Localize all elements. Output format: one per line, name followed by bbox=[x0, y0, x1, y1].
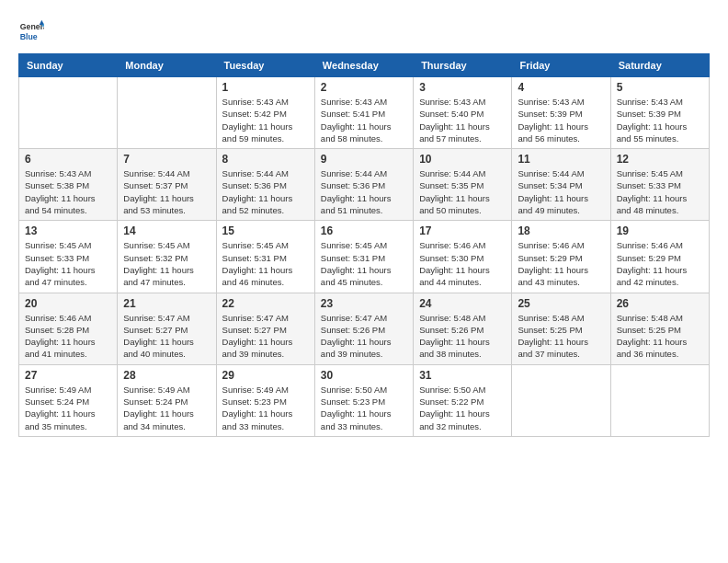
calendar-cell: 29Sunrise: 5:49 AM Sunset: 5:23 PM Dayli… bbox=[216, 364, 314, 436]
calendar-cell: 23Sunrise: 5:47 AM Sunset: 5:26 PM Dayli… bbox=[314, 293, 413, 364]
weekday-header-row: SundayMondayTuesdayWednesdayThursdayFrid… bbox=[19, 54, 710, 77]
calendar-cell: 1Sunrise: 5:43 AM Sunset: 5:42 PM Daylig… bbox=[216, 77, 314, 149]
day-info: Sunrise: 5:50 AM Sunset: 5:23 PM Dayligh… bbox=[321, 384, 407, 432]
calendar-cell: 25Sunrise: 5:48 AM Sunset: 5:25 PM Dayli… bbox=[512, 293, 610, 364]
day-number: 27 bbox=[25, 369, 111, 382]
day-number: 21 bbox=[123, 297, 210, 310]
day-info: Sunrise: 5:45 AM Sunset: 5:33 PM Dayligh… bbox=[25, 239, 111, 288]
day-number: 24 bbox=[419, 297, 506, 310]
calendar-cell: 3Sunrise: 5:43 AM Sunset: 5:40 PM Daylig… bbox=[414, 77, 512, 149]
day-info: Sunrise: 5:45 AM Sunset: 5:32 PM Dayligh… bbox=[123, 239, 210, 288]
calendar-cell: 5Sunrise: 5:43 AM Sunset: 5:39 PM Daylig… bbox=[610, 77, 709, 149]
day-number: 25 bbox=[518, 297, 604, 310]
calendar-cell: 26Sunrise: 5:48 AM Sunset: 5:25 PM Dayli… bbox=[610, 293, 709, 364]
calendar-cell: 18Sunrise: 5:46 AM Sunset: 5:29 PM Dayli… bbox=[512, 221, 610, 293]
calendar-cell: 7Sunrise: 5:44 AM Sunset: 5:37 PM Daylig… bbox=[118, 149, 216, 221]
day-info: Sunrise: 5:47 AM Sunset: 5:27 PM Dayligh… bbox=[123, 312, 210, 361]
calendar-cell: 13Sunrise: 5:45 AM Sunset: 5:33 PM Dayli… bbox=[19, 221, 118, 293]
day-number: 12 bbox=[617, 153, 703, 166]
calendar-cell bbox=[512, 364, 610, 436]
calendar-cell: 2Sunrise: 5:43 AM Sunset: 5:41 PM Daylig… bbox=[314, 77, 413, 149]
day-number: 29 bbox=[222, 369, 309, 382]
weekday-header-monday: Monday bbox=[118, 54, 216, 77]
weekday-header-sunday: Sunday bbox=[19, 54, 118, 77]
day-number: 26 bbox=[617, 297, 703, 310]
day-number: 18 bbox=[518, 224, 604, 237]
day-number: 16 bbox=[321, 224, 407, 237]
day-number: 1 bbox=[222, 81, 309, 94]
day-info: Sunrise: 5:47 AM Sunset: 5:26 PM Dayligh… bbox=[321, 312, 407, 361]
day-number: 7 bbox=[123, 153, 210, 166]
day-info: Sunrise: 5:44 AM Sunset: 5:36 PM Dayligh… bbox=[222, 167, 309, 216]
calendar-cell: 15Sunrise: 5:45 AM Sunset: 5:31 PM Dayli… bbox=[216, 221, 314, 293]
day-number: 2 bbox=[321, 81, 407, 94]
week-row-2: 6Sunrise: 5:43 AM Sunset: 5:38 PM Daylig… bbox=[19, 149, 710, 221]
day-info: Sunrise: 5:44 AM Sunset: 5:34 PM Dayligh… bbox=[518, 167, 604, 216]
day-info: Sunrise: 5:46 AM Sunset: 5:29 PM Dayligh… bbox=[518, 239, 604, 288]
day-number: 5 bbox=[617, 81, 703, 94]
day-info: Sunrise: 5:50 AM Sunset: 5:22 PM Dayligh… bbox=[419, 384, 506, 432]
calendar-cell: 20Sunrise: 5:46 AM Sunset: 5:28 PM Dayli… bbox=[19, 293, 118, 364]
week-row-5: 27Sunrise: 5:49 AM Sunset: 5:24 PM Dayli… bbox=[19, 364, 710, 436]
day-info: Sunrise: 5:43 AM Sunset: 5:42 PM Dayligh… bbox=[222, 96, 309, 144]
day-info: Sunrise: 5:44 AM Sunset: 5:36 PM Dayligh… bbox=[321, 167, 407, 216]
logo: General Blue bbox=[18, 18, 44, 44]
calendar-cell: 8Sunrise: 5:44 AM Sunset: 5:36 PM Daylig… bbox=[216, 149, 314, 221]
calendar-cell: 4Sunrise: 5:43 AM Sunset: 5:39 PM Daylig… bbox=[512, 77, 610, 149]
day-number: 9 bbox=[321, 153, 407, 166]
day-info: Sunrise: 5:44 AM Sunset: 5:35 PM Dayligh… bbox=[419, 167, 506, 216]
calendar-cell: 28Sunrise: 5:49 AM Sunset: 5:24 PM Dayli… bbox=[118, 364, 216, 436]
day-info: Sunrise: 5:45 AM Sunset: 5:31 PM Dayligh… bbox=[222, 239, 309, 288]
day-info: Sunrise: 5:49 AM Sunset: 5:24 PM Dayligh… bbox=[25, 384, 111, 432]
calendar-cell: 14Sunrise: 5:45 AM Sunset: 5:32 PM Dayli… bbox=[118, 221, 216, 293]
calendar-cell: 10Sunrise: 5:44 AM Sunset: 5:35 PM Dayli… bbox=[414, 149, 512, 221]
weekday-header-thursday: Thursday bbox=[414, 54, 512, 77]
day-number: 13 bbox=[25, 224, 111, 237]
day-number: 11 bbox=[518, 153, 604, 166]
day-number: 23 bbox=[321, 297, 407, 310]
day-number: 31 bbox=[419, 369, 506, 382]
day-info: Sunrise: 5:46 AM Sunset: 5:29 PM Dayligh… bbox=[617, 239, 703, 288]
calendar-cell bbox=[610, 364, 709, 436]
calendar-cell: 21Sunrise: 5:47 AM Sunset: 5:27 PM Dayli… bbox=[118, 293, 216, 364]
weekday-header-saturday: Saturday bbox=[610, 54, 709, 77]
calendar-cell: 22Sunrise: 5:47 AM Sunset: 5:27 PM Dayli… bbox=[216, 293, 314, 364]
calendar-cell: 24Sunrise: 5:48 AM Sunset: 5:26 PM Dayli… bbox=[414, 293, 512, 364]
day-info: Sunrise: 5:45 AM Sunset: 5:31 PM Dayligh… bbox=[321, 239, 407, 288]
week-row-4: 20Sunrise: 5:46 AM Sunset: 5:28 PM Dayli… bbox=[19, 293, 710, 364]
calendar-cell: 12Sunrise: 5:45 AM Sunset: 5:33 PM Dayli… bbox=[610, 149, 709, 221]
day-number: 28 bbox=[123, 369, 210, 382]
day-number: 8 bbox=[222, 153, 309, 166]
weekday-header-tuesday: Tuesday bbox=[216, 54, 314, 77]
day-number: 17 bbox=[419, 224, 506, 237]
day-number: 22 bbox=[222, 297, 309, 310]
day-info: Sunrise: 5:43 AM Sunset: 5:38 PM Dayligh… bbox=[25, 167, 111, 216]
day-number: 6 bbox=[25, 153, 111, 166]
day-number: 15 bbox=[222, 224, 309, 237]
day-info: Sunrise: 5:43 AM Sunset: 5:39 PM Dayligh… bbox=[617, 96, 703, 144]
day-info: Sunrise: 5:48 AM Sunset: 5:25 PM Dayligh… bbox=[617, 312, 703, 361]
day-number: 30 bbox=[321, 369, 407, 382]
calendar-cell: 11Sunrise: 5:44 AM Sunset: 5:34 PM Dayli… bbox=[512, 149, 610, 221]
day-info: Sunrise: 5:49 AM Sunset: 5:23 PM Dayligh… bbox=[222, 384, 309, 432]
calendar-cell: 27Sunrise: 5:49 AM Sunset: 5:24 PM Dayli… bbox=[19, 364, 118, 436]
calendar-cell: 30Sunrise: 5:50 AM Sunset: 5:23 PM Dayli… bbox=[314, 364, 413, 436]
day-info: Sunrise: 5:48 AM Sunset: 5:26 PM Dayligh… bbox=[419, 312, 506, 361]
calendar-cell: 17Sunrise: 5:46 AM Sunset: 5:30 PM Dayli… bbox=[414, 221, 512, 293]
day-info: Sunrise: 5:49 AM Sunset: 5:24 PM Dayligh… bbox=[123, 384, 210, 432]
week-row-1: 1Sunrise: 5:43 AM Sunset: 5:42 PM Daylig… bbox=[19, 77, 710, 149]
weekday-header-wednesday: Wednesday bbox=[314, 54, 413, 77]
calendar-cell: 6Sunrise: 5:43 AM Sunset: 5:38 PM Daylig… bbox=[19, 149, 118, 221]
day-number: 10 bbox=[419, 153, 506, 166]
calendar-cell: 31Sunrise: 5:50 AM Sunset: 5:22 PM Dayli… bbox=[414, 364, 512, 436]
svg-text:Blue: Blue bbox=[20, 32, 38, 41]
day-number: 20 bbox=[25, 297, 111, 310]
calendar-table: SundayMondayTuesdayWednesdayThursdayFrid… bbox=[18, 53, 710, 437]
day-info: Sunrise: 5:43 AM Sunset: 5:40 PM Dayligh… bbox=[419, 96, 506, 144]
weekday-header-friday: Friday bbox=[512, 54, 610, 77]
page-header: General Blue bbox=[18, 18, 710, 44]
calendar-cell bbox=[118, 77, 216, 149]
calendar-cell: 16Sunrise: 5:45 AM Sunset: 5:31 PM Dayli… bbox=[314, 221, 413, 293]
day-info: Sunrise: 5:43 AM Sunset: 5:41 PM Dayligh… bbox=[321, 96, 407, 144]
day-number: 19 bbox=[617, 224, 703, 237]
